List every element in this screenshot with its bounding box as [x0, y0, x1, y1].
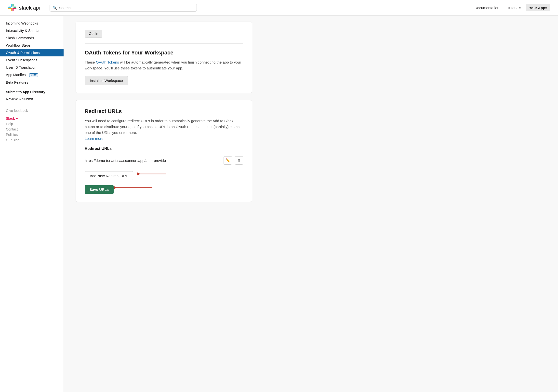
- sidebar-active-wrapper: OAuth & Permissions: [0, 49, 64, 56]
- topnav-links: Documentation Tutorials Your Apps: [472, 4, 550, 11]
- sidebar-contact-link[interactable]: Contact: [6, 127, 58, 131]
- add-new-redirect-url-button[interactable]: Add New Redirect URL: [85, 171, 133, 180]
- optin-card: Opt In OAuth Tokens for Your Workspace T…: [76, 22, 252, 93]
- redirect-urls-card: Redirect URLs You will need to configure…: [76, 100, 252, 202]
- oauth-tokens-link[interactable]: OAuth Tokens: [96, 60, 119, 64]
- page-layout: Incoming Webhooks Interactivity & Shortc…: [0, 16, 558, 392]
- sidebar-slack-link[interactable]: Slack ♥: [6, 117, 58, 120]
- card-divider: [85, 43, 243, 44]
- redirect-urls-description: You will need to configure redirect URLs…: [85, 118, 243, 142]
- add-redirect-arrow-icon: [137, 170, 166, 177]
- search-bar[interactable]: 🔍: [50, 4, 197, 12]
- svg-rect-6: [13, 8, 14, 11]
- svg-rect-5: [8, 8, 11, 9]
- delete-url-button[interactable]: 🗑: [235, 156, 243, 165]
- search-input[interactable]: [59, 6, 194, 10]
- install-to-workspace-button[interactable]: Install to Workspace: [85, 76, 128, 85]
- search-icon: 🔍: [53, 6, 57, 10]
- sidebar-item-interactivity[interactable]: Interactivity & Shortc...: [0, 27, 64, 34]
- sidebar-policies-link[interactable]: Policies: [6, 133, 58, 137]
- svg-rect-7: [13, 8, 16, 9]
- sidebar: Incoming Webhooks Interactivity & Shortc…: [0, 16, 64, 392]
- sidebar-item-app-manifest[interactable]: App Manifest NEW: [0, 71, 64, 79]
- oauth-description: These OAuth Tokens will be automatically…: [85, 59, 243, 71]
- svg-rect-0: [11, 4, 12, 7]
- redirect-urls-subtitle: Redirect URLs: [85, 146, 243, 151]
- nav-tutorials[interactable]: Tutorials: [504, 4, 524, 11]
- slack-logo-icon: [8, 3, 17, 12]
- redirect-url-row: https://demo-tenant.saascannon.app/auth-…: [85, 154, 243, 167]
- top-navigation: slack api 🔍 Documentation Tutorials Your…: [0, 0, 558, 16]
- redirect-urls-title: Redirect URLs: [85, 108, 243, 115]
- new-badge: NEW: [29, 73, 38, 77]
- edit-url-button[interactable]: ✏️: [224, 156, 232, 165]
- sidebar-item-workflow-steps[interactable]: Workflow Steps: [0, 42, 64, 49]
- svg-rect-1: [8, 6, 11, 8]
- svg-rect-4: [11, 8, 12, 11]
- logo: slack api: [8, 3, 40, 12]
- learn-more-link[interactable]: Learn more.: [85, 136, 105, 141]
- sidebar-footer: Give feedback Slack ♥ Help Contact Polic…: [0, 103, 64, 145]
- nav-your-apps[interactable]: Your Apps: [526, 4, 550, 11]
- sidebar-item-incoming-webhooks[interactable]: Incoming Webhooks: [0, 20, 64, 27]
- main-content: Opt In OAuth Tokens for Your Workspace T…: [64, 16, 558, 392]
- edit-icon: ✏️: [226, 158, 230, 163]
- sidebar-item-oauth-permissions[interactable]: OAuth & Permissions: [0, 49, 64, 56]
- sidebar-item-slash-commands[interactable]: Slash Commands: [0, 34, 64, 42]
- save-urls-arrow-icon: [114, 184, 153, 191]
- sidebar-give-feedback[interactable]: Give feedback: [6, 109, 58, 113]
- sidebar-help-link[interactable]: Help: [6, 122, 58, 126]
- delete-icon: 🗑: [237, 158, 241, 163]
- nav-documentation[interactable]: Documentation: [472, 4, 502, 11]
- sidebar-item-beta-features[interactable]: Beta Features: [0, 79, 64, 86]
- sidebar-item-user-id-translation[interactable]: User ID Translation: [0, 64, 64, 71]
- save-urls-button[interactable]: Save URLs: [85, 185, 114, 194]
- optin-button[interactable]: Opt In: [85, 30, 102, 38]
- sidebar-item-review-submit[interactable]: Review & Submit: [0, 95, 64, 103]
- sidebar-blog-link[interactable]: Our Blog: [6, 138, 58, 142]
- logo-light: api: [32, 5, 40, 11]
- logo-bold: slack: [19, 5, 32, 11]
- svg-rect-2: [13, 4, 14, 7]
- add-redirect-row: Add New Redirect URL: [85, 167, 243, 180]
- sidebar-item-event-subscriptions[interactable]: Event Subscriptions: [0, 56, 64, 64]
- redirect-url-value: https://demo-tenant.saascannon.app/auth-…: [85, 158, 221, 163]
- submit-to-app-directory-label: Submit to App Directory: [0, 86, 64, 95]
- oauth-title: OAuth Tokens for Your Workspace: [85, 50, 243, 56]
- save-urls-row: Save URLs: [85, 181, 243, 194]
- svg-rect-3: [13, 6, 16, 8]
